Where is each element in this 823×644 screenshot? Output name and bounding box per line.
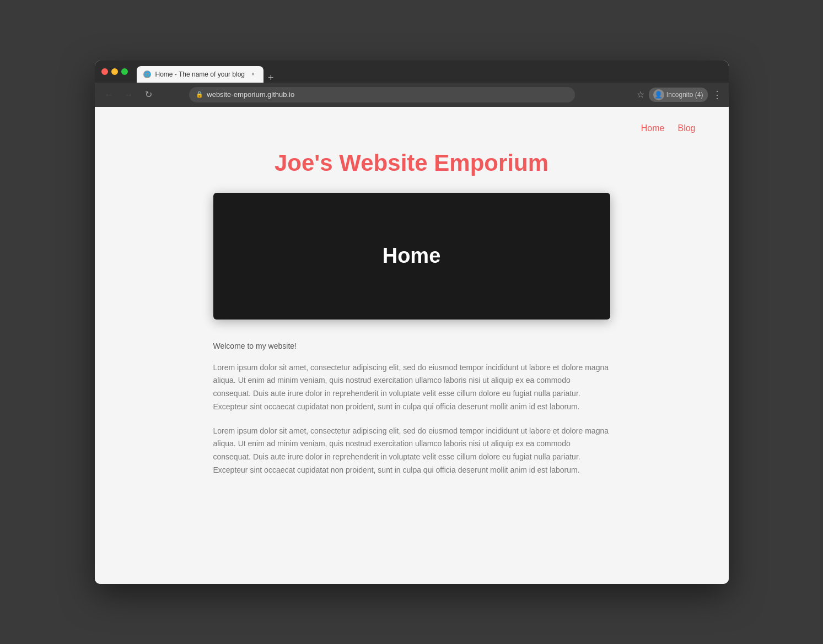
url-bar[interactable]: 🔒 website-emporium.github.io <box>189 87 575 102</box>
incognito-badge: 👤 Incognito (4) <box>649 88 708 102</box>
active-tab[interactable]: 🌐 Home - The name of your blog × <box>137 66 264 83</box>
incognito-avatar: 👤 <box>653 89 664 100</box>
back-button[interactable]: ← <box>101 87 117 102</box>
lock-icon: 🔒 <box>196 91 203 98</box>
site-navigation: Home Blog <box>95 118 729 139</box>
url-display: website-emporium.github.io <box>207 90 294 99</box>
body-paragraph-2: Lorem ipsum dolor sit amet, consectetur … <box>213 425 610 477</box>
nav-home-link[interactable]: Home <box>641 123 665 133</box>
reload-button[interactable]: ↻ <box>141 87 157 102</box>
maximize-button[interactable] <box>121 68 128 75</box>
hero-image: Home <box>213 193 610 320</box>
forward-button[interactable]: → <box>121 87 137 102</box>
address-bar: ← → ↻ 🔒 website-emporium.github.io ☆ 👤 I… <box>95 83 729 107</box>
more-options-button[interactable]: ⋮ <box>712 89 722 101</box>
minimize-button[interactable] <box>111 68 118 75</box>
bookmark-button[interactable]: ☆ <box>637 89 644 100</box>
tab-close-button[interactable]: × <box>249 71 257 78</box>
website-content: Home Blog Joe's Website Emporium Home We… <box>95 107 729 584</box>
nav-blog-link[interactable]: Blog <box>677 123 695 133</box>
main-content: Joe's Website Emporium Home Welcome to m… <box>191 150 632 477</box>
browser-window: 🌐 Home - The name of your blog × + ← → ↻… <box>95 61 729 584</box>
title-bar: 🌐 Home - The name of your blog × + <box>95 61 729 83</box>
tab-title: Home - The name of your blog <box>155 71 245 78</box>
tab-favicon: 🌐 <box>143 71 151 78</box>
toolbar-right: ☆ 👤 Incognito (4) ⋮ <box>637 88 722 102</box>
incognito-label: Incognito (4) <box>666 91 703 99</box>
close-button[interactable] <box>101 68 108 75</box>
tab-bar: 🌐 Home - The name of your blog × + <box>137 61 278 83</box>
new-tab-button[interactable]: + <box>263 73 278 83</box>
site-title: Joe's Website Emporium <box>213 150 610 176</box>
body-paragraph-1: Lorem ipsum dolor sit amet, consectetur … <box>213 361 610 414</box>
welcome-text: Welcome to my website! <box>213 342 610 350</box>
traffic-lights <box>101 68 128 75</box>
hero-text: Home <box>383 244 441 268</box>
